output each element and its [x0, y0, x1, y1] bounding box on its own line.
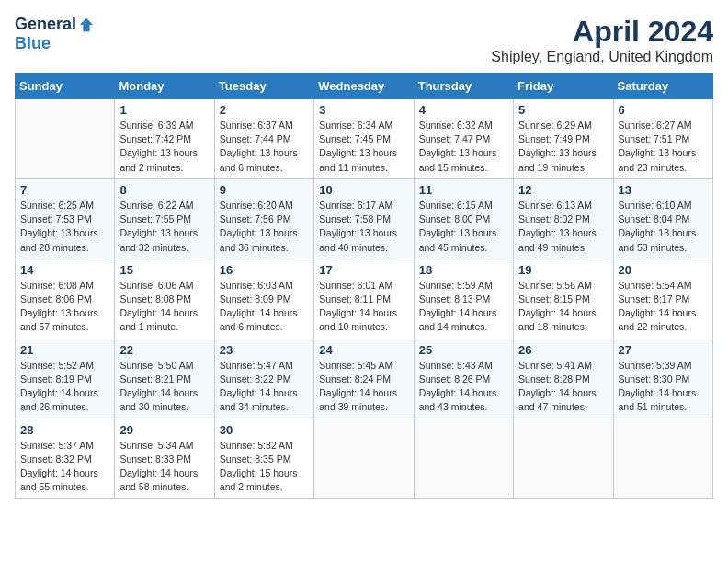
day-detail: Sunrise: 6:25 AM Sunset: 7:53 PM Dayligh… — [20, 199, 109, 255]
day-cell: 8Sunrise: 6:22 AM Sunset: 7:55 PM Daylig… — [115, 178, 214, 259]
day-number: 4 — [419, 103, 508, 117]
day-number: 9 — [220, 183, 309, 197]
day-number: 18 — [419, 263, 508, 277]
day-cell: 21Sunrise: 5:52 AM Sunset: 8:19 PM Dayli… — [16, 339, 115, 419]
day-detail: Sunrise: 6:06 AM Sunset: 8:08 PM Dayligh… — [119, 279, 209, 335]
day-cell: 10Sunrise: 6:17 AM Sunset: 7:58 PM Dayli… — [314, 178, 414, 259]
day-number: 29 — [119, 423, 209, 437]
day-detail: Sunrise: 5:34 AM Sunset: 8:33 PM Dayligh… — [119, 439, 209, 495]
day-cell: 26Sunrise: 5:41 AM Sunset: 8:28 PM Dayli… — [514, 339, 613, 419]
day-cell: 4Sunrise: 6:32 AM Sunset: 7:47 PM Daylig… — [414, 99, 513, 179]
day-number: 17 — [319, 263, 408, 277]
day-detail: Sunrise: 5:59 AM Sunset: 8:13 PM Dayligh… — [419, 279, 508, 335]
calendar-header-row: SundayMondayTuesdayWednesdayThursdayFrid… — [16, 74, 713, 99]
day-cell — [514, 419, 613, 499]
day-cell: 23Sunrise: 5:47 AM Sunset: 8:22 PM Dayli… — [214, 339, 313, 419]
day-cell: 5Sunrise: 6:29 AM Sunset: 7:49 PM Daylig… — [514, 99, 613, 179]
day-cell: 25Sunrise: 5:43 AM Sunset: 8:26 PM Dayli… — [414, 339, 513, 419]
logo-general: General — [15, 15, 76, 34]
header-cell-thursday: Thursday — [414, 74, 513, 99]
day-cell: 7Sunrise: 6:25 AM Sunset: 7:53 PM Daylig… — [16, 178, 115, 259]
day-number: 14 — [20, 263, 109, 277]
day-detail: Sunrise: 6:03 AM Sunset: 8:09 PM Dayligh… — [220, 279, 309, 335]
day-number: 1 — [119, 103, 209, 117]
day-detail: Sunrise: 6:22 AM Sunset: 7:55 PM Dayligh… — [119, 199, 209, 255]
header: General Blue April 2024 Shipley, England… — [15, 15, 713, 65]
logo: General Blue — [15, 15, 95, 53]
day-cell: 6Sunrise: 6:27 AM Sunset: 7:51 PM Daylig… — [613, 99, 712, 179]
header-cell-monday: Monday — [115, 74, 214, 99]
day-detail: Sunrise: 6:29 AM Sunset: 7:49 PM Dayligh… — [518, 119, 608, 175]
day-cell — [613, 419, 712, 499]
day-cell: 9Sunrise: 6:20 AM Sunset: 7:56 PM Daylig… — [214, 178, 313, 259]
day-detail: Sunrise: 6:17 AM Sunset: 7:58 PM Dayligh… — [319, 199, 408, 255]
day-number: 11 — [419, 183, 508, 197]
day-detail: Sunrise: 6:15 AM Sunset: 8:00 PM Dayligh… — [419, 199, 508, 255]
day-detail: Sunrise: 6:10 AM Sunset: 8:04 PM Dayligh… — [619, 199, 708, 255]
day-cell: 27Sunrise: 5:39 AM Sunset: 8:30 PM Dayli… — [613, 339, 712, 419]
day-cell: 17Sunrise: 6:01 AM Sunset: 8:11 PM Dayli… — [314, 259, 414, 339]
day-number: 19 — [518, 263, 608, 277]
day-number: 3 — [319, 103, 408, 117]
day-detail: Sunrise: 6:01 AM Sunset: 8:11 PM Dayligh… — [319, 279, 408, 335]
day-detail: Sunrise: 5:32 AM Sunset: 8:35 PM Dayligh… — [220, 439, 309, 495]
day-number: 22 — [119, 343, 209, 357]
day-detail: Sunrise: 5:37 AM Sunset: 8:32 PM Dayligh… — [20, 439, 109, 495]
day-detail: Sunrise: 6:27 AM Sunset: 7:51 PM Dayligh… — [619, 119, 708, 175]
day-cell: 30Sunrise: 5:32 AM Sunset: 8:35 PM Dayli… — [214, 419, 313, 499]
day-number: 8 — [119, 183, 209, 197]
day-detail: Sunrise: 5:41 AM Sunset: 8:28 PM Dayligh… — [518, 359, 608, 415]
day-cell: 1Sunrise: 6:39 AM Sunset: 7:42 PM Daylig… — [115, 99, 214, 179]
week-row-4: 21Sunrise: 5:52 AM Sunset: 8:19 PM Dayli… — [16, 339, 713, 419]
day-cell — [16, 99, 115, 179]
day-detail: Sunrise: 5:43 AM Sunset: 8:26 PM Dayligh… — [419, 359, 508, 415]
day-detail: Sunrise: 6:34 AM Sunset: 7:45 PM Dayligh… — [319, 119, 408, 175]
day-cell: 14Sunrise: 6:08 AM Sunset: 8:06 PM Dayli… — [16, 259, 115, 339]
day-number: 10 — [319, 183, 408, 197]
day-cell: 29Sunrise: 5:34 AM Sunset: 8:33 PM Dayli… — [115, 419, 214, 499]
day-cell: 22Sunrise: 5:50 AM Sunset: 8:21 PM Dayli… — [115, 339, 214, 419]
day-detail: Sunrise: 5:56 AM Sunset: 8:15 PM Dayligh… — [518, 279, 608, 335]
day-number: 13 — [619, 183, 708, 197]
day-number: 20 — [619, 263, 708, 277]
week-row-5: 28Sunrise: 5:37 AM Sunset: 8:32 PM Dayli… — [16, 419, 713, 499]
svg-marker-0 — [80, 17, 93, 30]
day-detail: Sunrise: 5:50 AM Sunset: 8:21 PM Dayligh… — [119, 359, 209, 415]
header-cell-wednesday: Wednesday — [314, 74, 414, 99]
day-detail: Sunrise: 6:20 AM Sunset: 7:56 PM Dayligh… — [220, 199, 309, 255]
day-detail: Sunrise: 5:52 AM Sunset: 8:19 PM Dayligh… — [20, 359, 109, 415]
day-number: 21 — [20, 343, 109, 357]
logo-blue: Blue — [15, 34, 51, 52]
day-cell: 12Sunrise: 6:13 AM Sunset: 8:02 PM Dayli… — [514, 178, 613, 259]
header-cell-friday: Friday — [514, 74, 613, 99]
calendar-title: April 2024 — [491, 15, 713, 49]
day-cell — [414, 419, 513, 499]
day-detail: Sunrise: 6:13 AM Sunset: 8:02 PM Dayligh… — [518, 199, 608, 255]
day-cell: 13Sunrise: 6:10 AM Sunset: 8:04 PM Dayli… — [613, 178, 712, 259]
day-number: 5 — [518, 103, 608, 117]
calendar-subtitle: Shipley, England, United Kingdom — [491, 49, 713, 65]
day-cell — [314, 419, 414, 499]
day-number: 24 — [319, 343, 408, 357]
day-number: 16 — [220, 263, 309, 277]
day-detail: Sunrise: 5:39 AM Sunset: 8:30 PM Dayligh… — [619, 359, 708, 415]
logo-icon — [78, 17, 95, 33]
day-detail: Sunrise: 5:47 AM Sunset: 8:22 PM Dayligh… — [220, 359, 309, 415]
day-cell: 3Sunrise: 6:34 AM Sunset: 7:45 PM Daylig… — [314, 99, 414, 179]
day-cell: 15Sunrise: 6:06 AM Sunset: 8:08 PM Dayli… — [115, 259, 214, 339]
day-number: 27 — [619, 343, 708, 357]
day-cell: 11Sunrise: 6:15 AM Sunset: 8:00 PM Dayli… — [414, 178, 513, 259]
day-cell: 19Sunrise: 5:56 AM Sunset: 8:15 PM Dayli… — [514, 259, 613, 339]
day-number: 12 — [518, 183, 608, 197]
day-number: 6 — [619, 103, 708, 117]
day-number: 26 — [518, 343, 608, 357]
day-detail: Sunrise: 6:37 AM Sunset: 7:44 PM Dayligh… — [220, 119, 309, 175]
day-cell: 18Sunrise: 5:59 AM Sunset: 8:13 PM Dayli… — [414, 259, 513, 339]
header-cell-tuesday: Tuesday — [214, 74, 313, 99]
day-cell: 24Sunrise: 5:45 AM Sunset: 8:24 PM Dayli… — [314, 339, 414, 419]
day-number: 2 — [220, 103, 309, 117]
day-detail: Sunrise: 6:39 AM Sunset: 7:42 PM Dayligh… — [119, 119, 209, 175]
day-number: 28 — [20, 423, 109, 437]
week-row-1: 1Sunrise: 6:39 AM Sunset: 7:42 PM Daylig… — [16, 99, 713, 179]
day-number: 15 — [119, 263, 209, 277]
